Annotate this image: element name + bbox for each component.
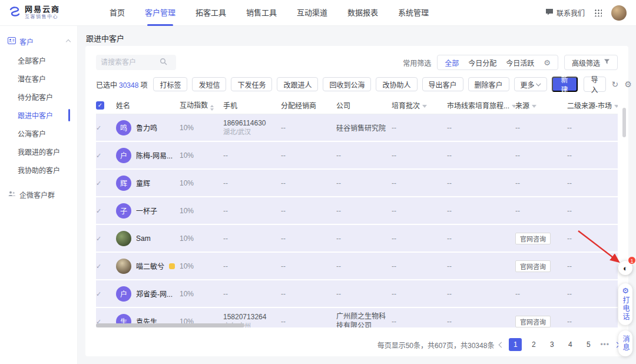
app-title: 网易云商	[25, 5, 60, 14]
customer-name[interactable]: 一杯子	[136, 206, 157, 216]
more-button[interactable]: 更多	[514, 77, 547, 91]
sort-icon[interactable]	[210, 105, 214, 111]
search-input[interactable]	[101, 58, 160, 67]
table-row[interactable]: ✓ 子一杯子 10% -- -- -- -- -- -- --	[96, 197, 618, 225]
page-number[interactable]: 3	[545, 338, 558, 351]
sidebar-item-my-followed[interactable]: 我跟进的客户	[0, 143, 77, 161]
nav-system[interactable]: 系统管理	[398, 0, 429, 26]
create-button[interactable]: 新建	[552, 77, 578, 92]
export-customers-button[interactable]: 导出客户	[422, 77, 463, 91]
tag-button[interactable]: 打标签	[153, 77, 187, 91]
table-row[interactable]: ✓ 喵二敏兮 10% -- -- -- -- -- 官网咨询 --	[96, 253, 618, 280]
sidebar-item-my-assisted[interactable]: 我协助的客户	[0, 161, 77, 179]
sidebar-section-customers[interactable]: 客户	[0, 32, 77, 51]
theme-toggle-widget[interactable]: ◐ 1	[618, 261, 632, 275]
app-logo: 网易云商 互客销售中心	[0, 5, 93, 20]
app-subtitle: 互客销售中心	[25, 15, 60, 20]
table-settings-icon[interactable]: ⚙	[624, 80, 632, 88]
id-card-icon	[8, 37, 16, 46]
sidebar-item-potential-customers[interactable]: 潜在客户	[0, 70, 77, 88]
notification-badge: 1	[628, 256, 636, 264]
row-checkbox[interactable]: ✓	[96, 235, 101, 242]
select-all-checkbox[interactable]: ✓	[96, 101, 104, 110]
source-tag: 官网咨询	[515, 260, 551, 272]
send-sms-button[interactable]: 发短信	[192, 77, 226, 91]
nav-reports[interactable]: 数据报表	[347, 0, 378, 26]
row-checkbox[interactable]: ✓	[96, 124, 101, 131]
horizontal-scrollbar[interactable]	[96, 323, 244, 327]
nav-home[interactable]: 首页	[110, 0, 125, 26]
collapse-caret-icon[interactable]	[66, 39, 71, 44]
table-row[interactable]: ✓ Sam 10% -- -- -- -- -- 官网咨询 --	[96, 225, 618, 253]
app-grid-icon[interactable]	[594, 9, 602, 16]
filter-icon[interactable]	[422, 105, 427, 108]
sidebar-section-wecom-groups[interactable]: 企微客户群	[0, 185, 77, 204]
quick-filter-all[interactable]: 全部	[445, 58, 459, 68]
quick-filter-today-active[interactable]: 今日活跃	[506, 58, 534, 68]
user-avatar[interactable]	[611, 5, 627, 21]
nav-customer-management[interactable]: 客户管理	[145, 0, 175, 26]
import-button[interactable]: 导入	[584, 77, 606, 92]
assign-task-button[interactable]: 下发任务	[231, 77, 272, 91]
col-source[interactable]: 来源	[515, 97, 567, 114]
table-row[interactable]: ✓ 户陈梅-网易... 10% -- -- -- -- -- -- --	[96, 142, 618, 170]
table-row[interactable]: ✓ 辉童辉 10% -- -- -- -- -- -- --	[96, 170, 618, 197]
change-assistant-button[interactable]: 改协助人	[376, 77, 417, 91]
main-area: 跟进中客户 常用筛选 全部 今日分配 今日活跃 ⚙	[78, 26, 636, 364]
call-settings-icon[interactable]: ⚙	[622, 287, 629, 294]
col-secondary-source[interactable]: 二级来源-市场	[567, 97, 618, 114]
row-checkbox[interactable]: ✓	[96, 207, 101, 214]
quick-filter-settings-icon[interactable]: ⚙	[544, 59, 551, 67]
row-checkbox[interactable]: ✓	[96, 290, 101, 297]
col-journey[interactable]: 市场线索培育旅程...	[447, 97, 515, 114]
col-engagement[interactable]: 互动指数	[180, 97, 223, 114]
customer-name[interactable]: 鲁力鸣	[136, 123, 157, 133]
sidebar-item-all-customers[interactable]: 全部客户	[0, 51, 77, 70]
col-name: 姓名	[116, 97, 180, 114]
sidebar-item-public-pool[interactable]: 公海客户	[0, 124, 77, 143]
filter-icon[interactable]	[614, 105, 618, 108]
page-number[interactable]: 4	[564, 338, 577, 351]
customer-name[interactable]: 陈梅-网易...	[136, 150, 173, 160]
chevron-down-icon	[536, 81, 541, 86]
sidebar-item-following-customers[interactable]: 跟进中客户	[0, 106, 77, 124]
customer-name[interactable]: 童辉	[136, 178, 150, 188]
page-number[interactable]: 2	[527, 338, 540, 351]
row-checkbox[interactable]: ✓	[96, 152, 101, 159]
avatar: 鸣	[116, 120, 131, 135]
customer-name[interactable]: 喵二敏兮	[136, 261, 164, 271]
sidebar-item-unassigned-customers[interactable]: 待分配客户	[0, 88, 77, 106]
recycle-to-pool-button[interactable]: 回收到公海	[323, 77, 371, 91]
table-row[interactable]: ✓ 鸣鲁力鸣 10% 18696114630湖北/武汉 -- 硅谷销售研究院 -…	[96, 114, 618, 142]
page-ellipsis[interactable]: •••	[600, 340, 610, 349]
delete-customers-button[interactable]: 删除客户	[468, 77, 509, 91]
customer-search[interactable]	[96, 55, 176, 70]
nav-sales-tools[interactable]: 销售工具	[246, 0, 277, 26]
change-follower-button[interactable]: 改跟进人	[277, 77, 318, 91]
customer-name[interactable]: Sam	[136, 234, 151, 243]
call-widget[interactable]: ⚙ 打电话	[618, 283, 632, 325]
row-checkbox[interactable]: ✓	[96, 263, 101, 270]
selected-count: 30348	[119, 81, 138, 90]
col-batch[interactable]: 培育批次	[392, 97, 447, 114]
table-row[interactable]: ✓ 户郑省委-网... 10% -- -- -- -- -- -- --	[96, 280, 618, 308]
search-icon[interactable]	[160, 58, 167, 67]
page-number[interactable]: 5	[582, 338, 595, 351]
row-checkbox[interactable]: ✓	[96, 180, 101, 187]
customer-name[interactable]: 郑省委-网...	[136, 289, 173, 299]
nav-prospecting-tools[interactable]: 拓客工具	[196, 0, 226, 26]
message-widget[interactable]: 消息	[618, 330, 632, 356]
contact-us[interactable]: 联系我们	[545, 8, 585, 18]
prev-page-icon[interactable]	[499, 342, 505, 348]
vertical-scrollbar[interactable]	[622, 108, 626, 137]
col-dealer: 分配经销商	[281, 97, 336, 114]
page-number[interactable]: 1	[509, 338, 522, 351]
table-header-row: ✓ 姓名 互动指数 手机 分配经销商 公司 培育批次 市场线索培育旅程... 来…	[96, 97, 618, 114]
refresh-icon[interactable]: ↻	[612, 80, 619, 88]
nav-channels[interactable]: 互动渠道	[297, 0, 327, 26]
message-label: 消息	[622, 335, 629, 352]
contact-us-label: 联系我们	[556, 8, 585, 18]
filter-icon[interactable]	[532, 105, 536, 108]
quick-filter-today-assigned[interactable]: 今日分配	[468, 58, 496, 68]
advanced-filter-button[interactable]: 高级筛选	[564, 55, 618, 70]
